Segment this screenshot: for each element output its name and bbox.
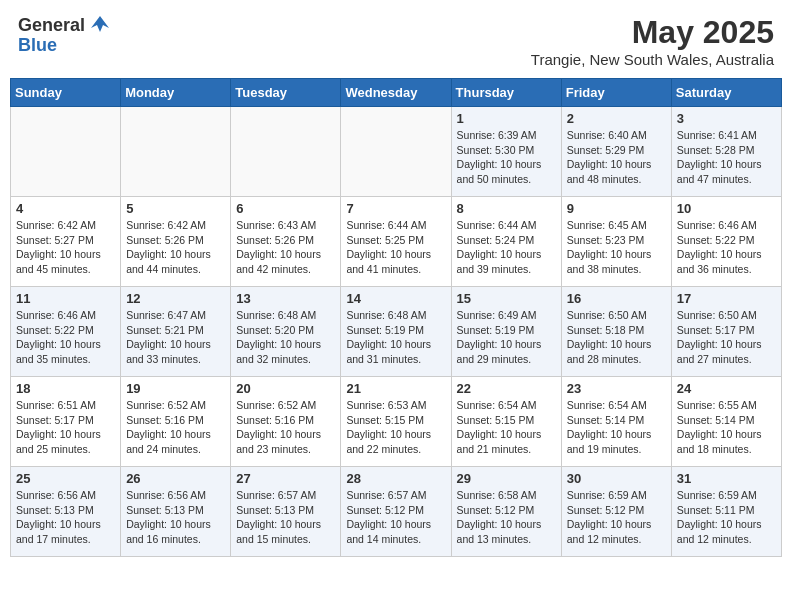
day-info: Sunrise: 6:57 AM Sunset: 5:13 PM Dayligh… <box>236 488 335 547</box>
calendar-cell: 17Sunrise: 6:50 AM Sunset: 5:17 PM Dayli… <box>671 287 781 377</box>
weekday-header-friday: Friday <box>561 79 671 107</box>
calendar-cell: 22Sunrise: 6:54 AM Sunset: 5:15 PM Dayli… <box>451 377 561 467</box>
day-info: Sunrise: 6:50 AM Sunset: 5:17 PM Dayligh… <box>677 308 776 367</box>
calendar-cell <box>11 107 121 197</box>
title-section: May 2025 Trangie, New South Wales, Austr… <box>531 14 774 68</box>
day-number: 5 <box>126 201 225 216</box>
day-number: 29 <box>457 471 556 486</box>
day-number: 3 <box>677 111 776 126</box>
day-number: 13 <box>236 291 335 306</box>
day-number: 20 <box>236 381 335 396</box>
day-info: Sunrise: 6:40 AM Sunset: 5:29 PM Dayligh… <box>567 128 666 187</box>
calendar-table: SundayMondayTuesdayWednesdayThursdayFrid… <box>10 78 782 557</box>
weekday-header-wednesday: Wednesday <box>341 79 451 107</box>
day-info: Sunrise: 6:55 AM Sunset: 5:14 PM Dayligh… <box>677 398 776 457</box>
calendar-cell: 1Sunrise: 6:39 AM Sunset: 5:30 PM Daylig… <box>451 107 561 197</box>
day-number: 27 <box>236 471 335 486</box>
location-text: Trangie, New South Wales, Australia <box>531 51 774 68</box>
day-info: Sunrise: 6:42 AM Sunset: 5:26 PM Dayligh… <box>126 218 225 277</box>
day-number: 2 <box>567 111 666 126</box>
day-number: 15 <box>457 291 556 306</box>
day-info: Sunrise: 6:54 AM Sunset: 5:14 PM Dayligh… <box>567 398 666 457</box>
day-info: Sunrise: 6:45 AM Sunset: 5:23 PM Dayligh… <box>567 218 666 277</box>
calendar-week-2: 4Sunrise: 6:42 AM Sunset: 5:27 PM Daylig… <box>11 197 782 287</box>
day-info: Sunrise: 6:56 AM Sunset: 5:13 PM Dayligh… <box>16 488 115 547</box>
day-info: Sunrise: 6:56 AM Sunset: 5:13 PM Dayligh… <box>126 488 225 547</box>
day-number: 28 <box>346 471 445 486</box>
weekday-header-monday: Monday <box>121 79 231 107</box>
day-number: 4 <box>16 201 115 216</box>
page-header: General Blue May 2025 Trangie, New South… <box>10 10 782 72</box>
calendar-week-1: 1Sunrise: 6:39 AM Sunset: 5:30 PM Daylig… <box>11 107 782 197</box>
calendar-cell: 11Sunrise: 6:46 AM Sunset: 5:22 PM Dayli… <box>11 287 121 377</box>
day-info: Sunrise: 6:44 AM Sunset: 5:25 PM Dayligh… <box>346 218 445 277</box>
weekday-header-saturday: Saturday <box>671 79 781 107</box>
calendar-cell: 10Sunrise: 6:46 AM Sunset: 5:22 PM Dayli… <box>671 197 781 287</box>
day-number: 25 <box>16 471 115 486</box>
calendar-cell: 12Sunrise: 6:47 AM Sunset: 5:21 PM Dayli… <box>121 287 231 377</box>
calendar-cell: 2Sunrise: 6:40 AM Sunset: 5:29 PM Daylig… <box>561 107 671 197</box>
calendar-cell: 26Sunrise: 6:56 AM Sunset: 5:13 PM Dayli… <box>121 467 231 557</box>
day-number: 31 <box>677 471 776 486</box>
calendar-cell: 27Sunrise: 6:57 AM Sunset: 5:13 PM Dayli… <box>231 467 341 557</box>
day-info: Sunrise: 6:49 AM Sunset: 5:19 PM Dayligh… <box>457 308 556 367</box>
day-number: 24 <box>677 381 776 396</box>
calendar-cell: 25Sunrise: 6:56 AM Sunset: 5:13 PM Dayli… <box>11 467 121 557</box>
day-number: 26 <box>126 471 225 486</box>
day-info: Sunrise: 6:46 AM Sunset: 5:22 PM Dayligh… <box>677 218 776 277</box>
day-number: 12 <box>126 291 225 306</box>
day-info: Sunrise: 6:47 AM Sunset: 5:21 PM Dayligh… <box>126 308 225 367</box>
calendar-cell <box>121 107 231 197</box>
day-number: 9 <box>567 201 666 216</box>
calendar-cell: 28Sunrise: 6:57 AM Sunset: 5:12 PM Dayli… <box>341 467 451 557</box>
day-number: 19 <box>126 381 225 396</box>
calendar-cell: 16Sunrise: 6:50 AM Sunset: 5:18 PM Dayli… <box>561 287 671 377</box>
day-info: Sunrise: 6:48 AM Sunset: 5:19 PM Dayligh… <box>346 308 445 367</box>
day-info: Sunrise: 6:39 AM Sunset: 5:30 PM Dayligh… <box>457 128 556 187</box>
calendar-cell: 6Sunrise: 6:43 AM Sunset: 5:26 PM Daylig… <box>231 197 341 287</box>
day-number: 1 <box>457 111 556 126</box>
day-info: Sunrise: 6:52 AM Sunset: 5:16 PM Dayligh… <box>126 398 225 457</box>
calendar-cell <box>231 107 341 197</box>
day-number: 17 <box>677 291 776 306</box>
calendar-cell: 3Sunrise: 6:41 AM Sunset: 5:28 PM Daylig… <box>671 107 781 197</box>
calendar-cell: 29Sunrise: 6:58 AM Sunset: 5:12 PM Dayli… <box>451 467 561 557</box>
day-info: Sunrise: 6:59 AM Sunset: 5:11 PM Dayligh… <box>677 488 776 547</box>
day-number: 30 <box>567 471 666 486</box>
logo-blue: Blue <box>18 35 57 55</box>
calendar-cell: 18Sunrise: 6:51 AM Sunset: 5:17 PM Dayli… <box>11 377 121 467</box>
day-number: 11 <box>16 291 115 306</box>
day-info: Sunrise: 6:42 AM Sunset: 5:27 PM Dayligh… <box>16 218 115 277</box>
day-info: Sunrise: 6:43 AM Sunset: 5:26 PM Dayligh… <box>236 218 335 277</box>
day-info: Sunrise: 6:41 AM Sunset: 5:28 PM Dayligh… <box>677 128 776 187</box>
weekday-header-tuesday: Tuesday <box>231 79 341 107</box>
day-info: Sunrise: 6:58 AM Sunset: 5:12 PM Dayligh… <box>457 488 556 547</box>
calendar-cell: 7Sunrise: 6:44 AM Sunset: 5:25 PM Daylig… <box>341 197 451 287</box>
svg-marker-0 <box>91 16 109 32</box>
day-number: 10 <box>677 201 776 216</box>
calendar-cell: 23Sunrise: 6:54 AM Sunset: 5:14 PM Dayli… <box>561 377 671 467</box>
day-number: 18 <box>16 381 115 396</box>
calendar-cell: 8Sunrise: 6:44 AM Sunset: 5:24 PM Daylig… <box>451 197 561 287</box>
day-info: Sunrise: 6:52 AM Sunset: 5:16 PM Dayligh… <box>236 398 335 457</box>
calendar-cell: 31Sunrise: 6:59 AM Sunset: 5:11 PM Dayli… <box>671 467 781 557</box>
calendar-cell: 5Sunrise: 6:42 AM Sunset: 5:26 PM Daylig… <box>121 197 231 287</box>
day-info: Sunrise: 6:44 AM Sunset: 5:24 PM Dayligh… <box>457 218 556 277</box>
day-number: 8 <box>457 201 556 216</box>
day-info: Sunrise: 6:53 AM Sunset: 5:15 PM Dayligh… <box>346 398 445 457</box>
day-info: Sunrise: 6:50 AM Sunset: 5:18 PM Dayligh… <box>567 308 666 367</box>
calendar-cell: 30Sunrise: 6:59 AM Sunset: 5:12 PM Dayli… <box>561 467 671 557</box>
day-number: 16 <box>567 291 666 306</box>
day-number: 23 <box>567 381 666 396</box>
calendar-cell <box>341 107 451 197</box>
day-info: Sunrise: 6:57 AM Sunset: 5:12 PM Dayligh… <box>346 488 445 547</box>
day-number: 7 <box>346 201 445 216</box>
calendar-week-4: 18Sunrise: 6:51 AM Sunset: 5:17 PM Dayli… <box>11 377 782 467</box>
calendar-cell: 9Sunrise: 6:45 AM Sunset: 5:23 PM Daylig… <box>561 197 671 287</box>
day-number: 21 <box>346 381 445 396</box>
calendar-cell: 20Sunrise: 6:52 AM Sunset: 5:16 PM Dayli… <box>231 377 341 467</box>
day-info: Sunrise: 6:51 AM Sunset: 5:17 PM Dayligh… <box>16 398 115 457</box>
weekday-header-sunday: Sunday <box>11 79 121 107</box>
day-info: Sunrise: 6:48 AM Sunset: 5:20 PM Dayligh… <box>236 308 335 367</box>
calendar-week-3: 11Sunrise: 6:46 AM Sunset: 5:22 PM Dayli… <box>11 287 782 377</box>
